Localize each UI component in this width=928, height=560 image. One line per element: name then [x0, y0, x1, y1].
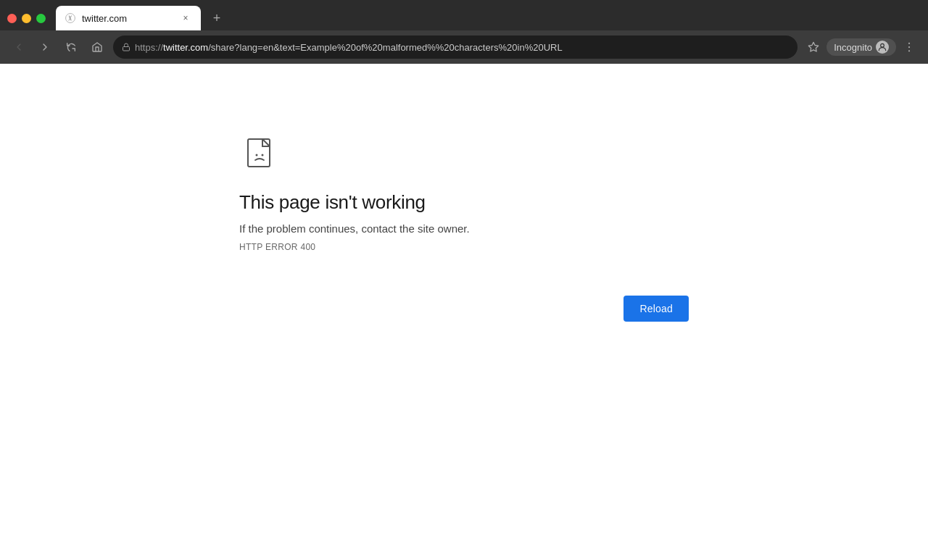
- browser-chrome: twitter.com × +: [0, 0, 928, 64]
- tab-bar: twitter.com × +: [0, 0, 928, 30]
- close-button[interactable]: [7, 14, 17, 23]
- minimize-button[interactable]: [22, 14, 31, 23]
- maximize-button[interactable]: [36, 14, 46, 23]
- address-bar: https://twitter.com/share?lang=en&text=E…: [0, 30, 928, 64]
- url-bar[interactable]: https://twitter.com/share?lang=en&text=E…: [113, 35, 798, 59]
- content-row: Reload: [239, 296, 689, 322]
- error-container: This page isn't working If the problem c…: [239, 136, 689, 252]
- twitter-favicon-icon: [65, 12, 76, 24]
- lock-icon: [122, 43, 130, 51]
- tab-title: twitter.com: [82, 13, 173, 24]
- error-description: If the problem continues, contact the si…: [239, 222, 470, 235]
- reload-button[interactable]: [61, 37, 81, 57]
- svg-point-7: [256, 154, 258, 156]
- svg-point-4: [908, 46, 910, 48]
- tab-close-button[interactable]: ×: [179, 12, 192, 25]
- active-tab[interactable]: twitter.com ×: [56, 6, 201, 30]
- svg-point-2: [881, 43, 884, 47]
- error-icon: [242, 136, 280, 177]
- page-content: This page isn't working If the problem c…: [0, 64, 928, 560]
- svg-point-3: [908, 43, 910, 44]
- menu-button[interactable]: [899, 37, 919, 57]
- new-tab-button[interactable]: +: [207, 8, 227, 28]
- svg-point-8: [262, 154, 264, 156]
- incognito-badge[interactable]: Incognito: [826, 38, 896, 56]
- error-heading: This page isn't working: [239, 191, 426, 214]
- back-button[interactable]: [9, 37, 29, 57]
- url-text: https://twitter.com/share?lang=en&text=E…: [135, 42, 789, 53]
- svg-rect-1: [123, 47, 130, 51]
- window-controls: [7, 14, 46, 23]
- home-button[interactable]: [87, 37, 107, 57]
- bookmark-button[interactable]: [803, 37, 824, 57]
- page-inner: This page isn't working If the problem c…: [0, 136, 928, 322]
- incognito-label: Incognito: [834, 42, 872, 53]
- url-domain: twitter.com: [163, 42, 208, 53]
- error-code: HTTP ERROR 400: [239, 242, 315, 252]
- url-protocol: https://: [135, 42, 163, 53]
- url-path: /share?lang=en&text=Example%20of%20malfo…: [208, 42, 563, 53]
- forward-button[interactable]: [35, 37, 55, 57]
- svg-point-5: [908, 50, 910, 51]
- address-bar-right: Incognito: [803, 37, 919, 57]
- incognito-icon: [876, 41, 889, 54]
- page-reload-button[interactable]: Reload: [624, 296, 689, 322]
